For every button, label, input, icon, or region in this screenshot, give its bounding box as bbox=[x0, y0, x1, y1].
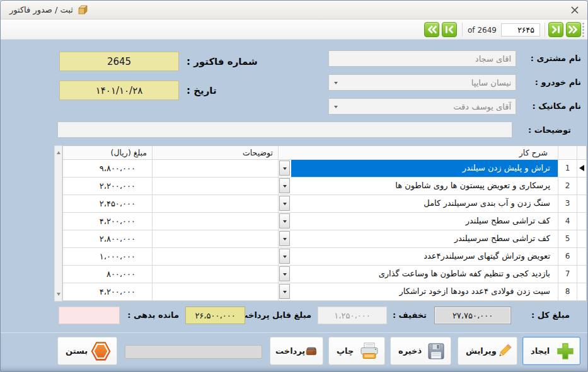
job-text[interactable]: سنگ زدن و آب بندی سرسیلندر کامل bbox=[291, 195, 558, 212]
close-icon[interactable] bbox=[570, 5, 580, 15]
row-header-cell[interactable] bbox=[577, 213, 586, 230]
job-text[interactable]: پرسکاری و تعویض پیستون ها روی شاطون ها bbox=[291, 178, 558, 194]
notes-field[interactable] bbox=[57, 121, 512, 138]
save-button[interactable]: ذخیره bbox=[390, 337, 451, 365]
scroll-up-icon[interactable] bbox=[57, 149, 61, 154]
toolbar-grip[interactable] bbox=[582, 22, 585, 37]
create-button[interactable]: ایجاد bbox=[522, 337, 580, 365]
table-row[interactable]: ۲،۲۰۰،۰۰۰پرسکاری و تعویض پیستون ها روی ش… bbox=[63, 178, 586, 195]
close-button[interactable]: بستن bbox=[57, 337, 117, 365]
remaining-debt-field[interactable] bbox=[59, 307, 120, 324]
job-cell[interactable]: تراش و پلیش زدن سیلندر bbox=[278, 160, 558, 177]
row-header-cell[interactable] bbox=[577, 178, 586, 194]
payable-amount-value: ۲۶،۵۰۰،۰۰۰ bbox=[195, 311, 235, 320]
discount-field[interactable]: ۱،۲۵۰،۰۰۰ bbox=[318, 307, 387, 324]
table-row[interactable]: ۸۰۰،۰۰۰بازدید کجی و تنظیم کفه شاطون ها و… bbox=[63, 266, 586, 283]
customer-name-value: اقای سجاد bbox=[475, 54, 511, 64]
notes-cell[interactable] bbox=[152, 213, 278, 230]
invoice-number-field[interactable]: 2645 bbox=[59, 52, 179, 71]
job-cell[interactable]: پرسکاری و تعویض پیستون ها روی شاطون ها bbox=[278, 178, 558, 194]
table-row[interactable]: ۲،۸۰۰،۰۰۰کف تراشی سطح سرسیلندر5 bbox=[63, 230, 586, 248]
row-header-cell[interactable] bbox=[577, 266, 586, 283]
job-text[interactable]: تعویض وتراش گیتهای سرسیلندر۴عدد bbox=[291, 248, 558, 265]
move-previous-button[interactable] bbox=[442, 22, 457, 37]
move-next-button[interactable] bbox=[548, 22, 563, 37]
amount-cell[interactable]: ۱،۰۰۰،۰۰۰ bbox=[63, 248, 152, 265]
combo-dropdown-button[interactable] bbox=[279, 249, 290, 264]
job-text[interactable]: سیت زدن فولادی ۴عدد دودها ازخود تراشکار bbox=[291, 283, 558, 300]
move-first-icon bbox=[425, 22, 439, 37]
scroll-down-icon[interactable] bbox=[57, 293, 61, 298]
row-number: 7 bbox=[558, 266, 577, 283]
job-text[interactable]: تراش و پلیش زدن سیلندر bbox=[291, 160, 558, 177]
job-cell[interactable]: سیت زدن فولادی ۴عدد دودها ازخود تراشکار bbox=[278, 283, 558, 300]
combo-dropdown-button[interactable] bbox=[279, 161, 290, 176]
car-name-combobox[interactable]: نیسان سایپا bbox=[328, 74, 516, 91]
combo-dropdown-button[interactable] bbox=[279, 231, 290, 246]
record-count-label: of 2649 bbox=[468, 26, 497, 35]
row-number: 8 bbox=[558, 283, 577, 300]
job-cell[interactable]: کف تراشی سطح سیلندر bbox=[278, 213, 558, 230]
amount-cell[interactable]: ۲،۸۰۰،۰۰۰ bbox=[63, 230, 152, 247]
row-header-cell[interactable] bbox=[577, 195, 586, 212]
amount-column-header[interactable]: مبلغ (ریال) bbox=[63, 146, 152, 159]
pay-button[interactable]: پرداخت bbox=[270, 337, 323, 365]
table-row[interactable]: ۹،۸۰۰،۰۰۰تراش و پلیش زدن سیلندر1 bbox=[63, 160, 586, 178]
notes-cell[interactable] bbox=[152, 178, 278, 194]
amount-cell[interactable]: ۴،۲۰۰،۰۰۰ bbox=[63, 283, 152, 300]
table-row[interactable]: ۴،۲۰۰،۰۰۰سیت زدن فولادی ۴عدد دودها ازخود… bbox=[63, 283, 586, 301]
table-row[interactable]: ۲،۴۵۰،۰۰۰سنگ زدن و آب بندی سرسیلندر کامل… bbox=[63, 195, 586, 213]
chevron-down-icon bbox=[283, 256, 287, 260]
amount-cell[interactable]: ۲،۴۵۰،۰۰۰ bbox=[63, 195, 152, 212]
move-previous-icon bbox=[442, 22, 456, 37]
job-text[interactable]: بازدید کجی و تنظیم کفه شاطون ها وساعت گذ… bbox=[291, 266, 558, 283]
mechanic-name-combobox[interactable]: آقای یوسف دقت bbox=[328, 98, 516, 115]
print-button[interactable]: چاپ bbox=[328, 337, 385, 365]
notes-cell[interactable] bbox=[152, 195, 278, 212]
job-cell[interactable]: بازدید کجی و تنظیم کفه شاطون ها وساعت گذ… bbox=[278, 266, 558, 283]
record-position-input[interactable] bbox=[501, 23, 540, 37]
table-row[interactable]: ۱،۰۰۰،۰۰۰تعویض وتراش گیتهای سرسیلندر۴عدد… bbox=[63, 248, 586, 266]
combo-dropdown-button[interactable] bbox=[279, 284, 290, 299]
combo-dropdown-button[interactable] bbox=[279, 266, 290, 281]
job-column-header[interactable]: شرح کار bbox=[278, 146, 558, 159]
combo-dropdown-button[interactable] bbox=[279, 178, 290, 193]
notes-cell[interactable] bbox=[152, 160, 278, 177]
move-first-button[interactable] bbox=[424, 22, 439, 37]
total-amount-value: ۲۷،۷۵۰،۰۰۰ bbox=[453, 311, 493, 320]
row-header-cell[interactable] bbox=[577, 230, 586, 247]
amount-cell[interactable]: ۴،۲۰۰،۰۰۰ bbox=[63, 213, 152, 230]
progress-bar bbox=[125, 345, 262, 359]
row-header-cell[interactable] bbox=[577, 248, 586, 265]
job-text[interactable]: کف تراشی سطح سیلندر bbox=[291, 213, 558, 230]
amount-cell[interactable]: ۸۰۰،۰۰۰ bbox=[63, 266, 152, 283]
table-row[interactable]: ۴،۲۰۰،۰۰۰کف تراشی سطح سیلندر4 bbox=[63, 213, 586, 230]
wallet-icon bbox=[305, 342, 318, 361]
notes-cell[interactable] bbox=[152, 283, 278, 300]
combo-dropdown-button[interactable] bbox=[279, 196, 290, 211]
job-cell[interactable]: تعویض وتراش گیتهای سرسیلندر۴عدد bbox=[278, 248, 558, 265]
edit-button[interactable]: ویرایش bbox=[458, 337, 517, 365]
amount-cell[interactable]: ۹،۸۰۰،۰۰۰ bbox=[63, 160, 152, 177]
customer-name-field[interactable]: اقای سجاد bbox=[328, 50, 516, 67]
notes-column-header[interactable]: توضیحات bbox=[152, 146, 278, 159]
date-field[interactable]: ۱۴۰۱/۱۰/۲۸ bbox=[59, 81, 179, 100]
row-header-cell[interactable] bbox=[577, 283, 586, 300]
notes-cell[interactable] bbox=[152, 266, 278, 283]
chevron-down-icon[interactable] bbox=[334, 106, 338, 110]
notes-cell[interactable] bbox=[152, 230, 278, 247]
chevron-down-icon bbox=[283, 185, 287, 189]
job-cell[interactable]: کف تراشی سطح سرسیلندر bbox=[278, 230, 558, 247]
notes-cell[interactable] bbox=[152, 248, 278, 265]
chevron-down-icon[interactable] bbox=[334, 82, 338, 86]
row-header-cell[interactable] bbox=[577, 160, 586, 177]
grid-vertical-scrollbar[interactable] bbox=[54, 145, 62, 302]
combo-dropdown-button[interactable] bbox=[279, 213, 290, 228]
stop-hexagon-icon bbox=[90, 341, 112, 362]
amount-cell[interactable]: ۲،۲۰۰،۰۰۰ bbox=[63, 178, 152, 194]
job-cell[interactable]: سنگ زدن و آب بندی سرسیلندر کامل bbox=[278, 195, 558, 212]
mechanic-name-value: آقای یوسف دقت bbox=[453, 102, 511, 111]
move-last-button[interactable] bbox=[566, 22, 581, 37]
job-text[interactable]: کف تراشی سطح سرسیلندر bbox=[291, 230, 558, 247]
move-next-icon bbox=[549, 22, 563, 37]
